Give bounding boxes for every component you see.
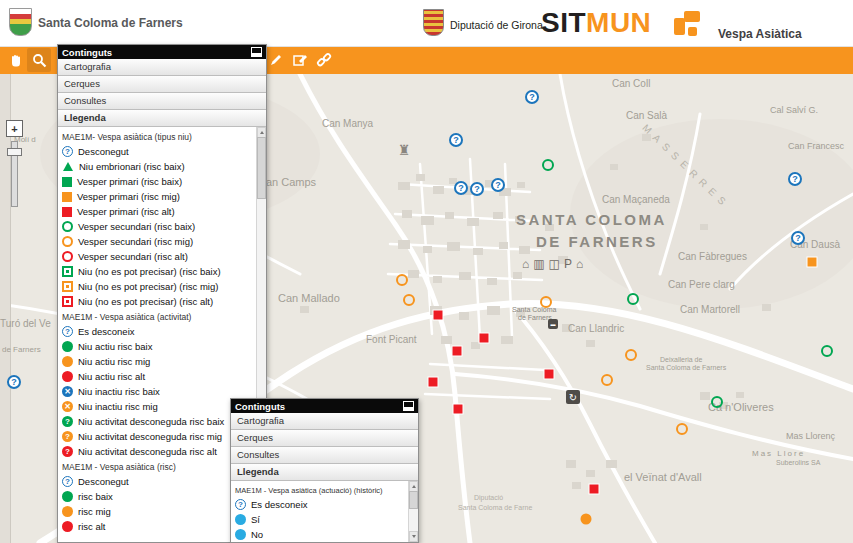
draw-tool-button[interactable] [264, 48, 288, 72]
poi-icon: ◫ [549, 258, 560, 270]
map-marker-question[interactable]: ? [491, 178, 505, 192]
map-marker-circle-o[interactable] [601, 374, 613, 386]
map-marker-question[interactable]: ? [470, 182, 484, 196]
tab-consultes[interactable]: Consultes [231, 447, 418, 464]
legend-item: ✕Niu inactiu risc mig [62, 399, 255, 414]
hand-icon [7, 52, 24, 69]
diputacio-girona-logo-icon [423, 9, 444, 36]
legend-item-label: Sí [251, 514, 260, 525]
link-tool-button[interactable] [312, 48, 336, 72]
project-title: Vespa Asiàtica [718, 27, 802, 41]
tab-llegenda[interactable]: Llegenda [231, 464, 418, 481]
scrollbar[interactable] [408, 481, 418, 542]
legend-square-icon [62, 192, 72, 202]
sitmun-block-icon [674, 11, 700, 37]
tab-llegenda[interactable]: Llegenda [58, 110, 266, 127]
legend-item: Niu actiu risc mig [62, 354, 255, 369]
tab-consultes[interactable]: Consultes [58, 93, 266, 110]
legend-item-label: Niu activitat desconeguda risc baix [78, 416, 224, 427]
edit-tool-button[interactable] [288, 48, 312, 72]
map-marker-circle-o[interactable] [540, 296, 552, 308]
tab-cerques[interactable]: Cerques [231, 430, 418, 447]
city-poi-icons: ⌂▥◫P⌂ [522, 258, 587, 270]
map-marker-question[interactable]: ? [788, 172, 802, 186]
legend-item: Vesper primari (risc baix) [62, 174, 255, 189]
legend-item-label: Vesper secundari (risc baix) [78, 221, 195, 232]
pan-tool-button[interactable] [3, 48, 27, 72]
map-marker-question[interactable]: ? [449, 133, 463, 147]
pencil-icon [268, 52, 284, 68]
legend-square-o-icon [62, 281, 73, 292]
legend-item: Niu actiu risc baix [62, 339, 255, 354]
map-marker-circle[interactable] [581, 514, 592, 525]
zoom-in-button[interactable]: + [6, 120, 23, 137]
panel-title-text: Continguts [62, 47, 112, 58]
minimize-panel-icon[interactable] [403, 401, 414, 411]
map-marker-circle-o[interactable] [396, 274, 408, 286]
map-marker-square[interactable] [808, 258, 817, 267]
legend-item: Vesper secundari (risc alt) [62, 249, 255, 264]
sitmun-logo-sit: SIT [541, 7, 586, 38]
legend-item: Niu actiu risc alt [62, 369, 255, 384]
map-marker-square[interactable] [429, 378, 438, 387]
edit-pencil-square-icon [292, 52, 308, 68]
legend-circle-icon [62, 371, 73, 382]
legend-item-label: risc mig [78, 506, 111, 517]
map-marker-circle-o[interactable] [821, 345, 833, 357]
panel-drag-handle[interactable]: Continguts [58, 45, 266, 59]
map-marker-circle-o[interactable] [403, 294, 415, 306]
municipality-coat-of-arms-icon [9, 8, 32, 36]
map-marker-question[interactable]: ? [454, 181, 468, 195]
scrollbar-thumb[interactable] [409, 491, 418, 509]
map-marker-square[interactable] [590, 485, 599, 494]
map-marker-square[interactable] [480, 334, 489, 343]
map-marker-circle-o[interactable] [676, 423, 688, 435]
map-marker-question[interactable]: ? [7, 375, 21, 389]
map-marker-square[interactable] [434, 311, 443, 320]
legend-item-label: Niu (no es pot precisar) (risc mig) [78, 281, 218, 292]
map-marker-circle-o[interactable] [711, 396, 723, 408]
legend-question-icon: ? [62, 326, 73, 337]
tab-cerques[interactable]: Cerques [58, 76, 266, 93]
legend-item-label: Niu inactiu risc baix [78, 386, 160, 397]
municipality-name: Santa Coloma de Farners [38, 16, 183, 30]
legend-item: Niu (no es pot precisar) (risc baix) [62, 264, 255, 279]
zoom-slider-handle[interactable] [7, 148, 22, 156]
tab-cartografia[interactable]: Cartografia [58, 59, 266, 76]
map-marker-question[interactable]: ? [525, 90, 539, 104]
map-marker-circle-o[interactable] [627, 293, 639, 305]
contents-panel-2[interactable]: ContingutsCartografiaCerquesConsultesLle… [230, 398, 419, 543]
scrollbar-thumb[interactable] [257, 137, 266, 199]
legend-item-label: Niu activitat desconeguda risc alt [78, 446, 217, 457]
legend-item-label: Desconegut [78, 146, 129, 157]
legend-item: Vesper primari (risc alt) [62, 204, 255, 219]
zoom-tool-button[interactable] [27, 48, 51, 72]
map-marker-circle-o[interactable] [625, 349, 637, 361]
map-marker-square[interactable] [453, 347, 462, 356]
tab-cartografia[interactable]: Cartografia [231, 413, 418, 430]
legend-circle-o-icon [62, 221, 73, 232]
legend-circle-o-icon [62, 236, 73, 247]
legend-item-label: Niu inactiu risc mig [78, 401, 158, 412]
legend-item: Niu embrionari (risc baix) [62, 159, 255, 174]
legend-item: ?Es desconeix [62, 324, 255, 339]
zoom-slider[interactable] [11, 141, 18, 207]
map-marker-question[interactable]: ? [791, 231, 805, 245]
legend-item-label: Niu actiu risc alt [78, 371, 145, 382]
scroll-down-arrow-icon[interactable] [409, 531, 418, 542]
legend-question-icon: ? [235, 499, 246, 510]
legend-circle-icon [62, 356, 73, 367]
legend-circle-icon [62, 341, 73, 352]
legend-circle-x-icon: ✕ [62, 401, 73, 412]
panel-title-text: Continguts [235, 401, 285, 412]
minimize-panel-icon[interactable] [251, 47, 262, 57]
legend-item: Sí [235, 512, 407, 527]
legend-item: risc alt [62, 519, 255, 534]
map-marker-square[interactable] [454, 405, 463, 414]
legend-section-title: MAE1M - Vespa asiàtica (actuació) (histò… [235, 486, 407, 495]
legend-circle-q-icon: ? [62, 446, 73, 457]
map-marker-circle-o[interactable] [542, 159, 554, 171]
legend-item: ?Niu activitat desconeguda risc mig [62, 429, 255, 444]
panel-drag-handle[interactable]: Continguts [231, 399, 418, 413]
map-marker-square[interactable] [545, 370, 554, 379]
